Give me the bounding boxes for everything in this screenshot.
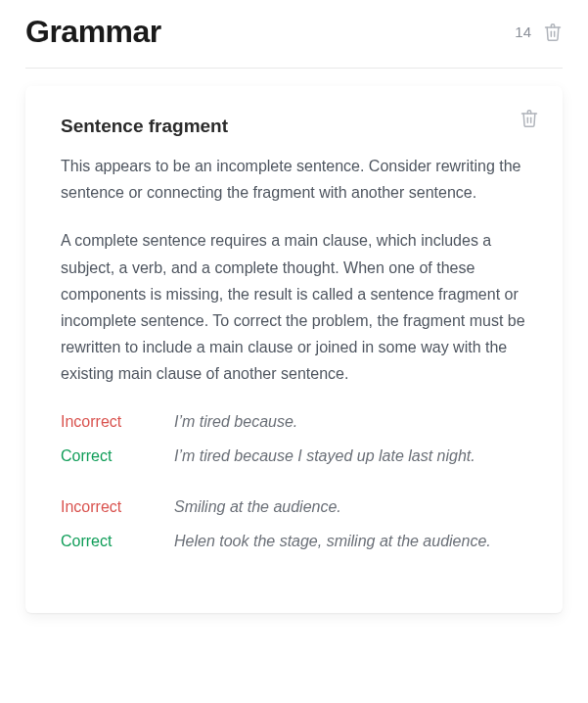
trash-icon: [543, 22, 563, 43]
card-container: Sentence fragment This appears to be an …: [25, 69, 563, 613]
section-header-right: 14: [515, 22, 563, 43]
label-incorrect: Incorrect: [61, 409, 174, 435]
example-correct-text: Helen took the stage, smiling at the aud…: [174, 529, 491, 554]
example-row-incorrect: Incorrect I’m tired because.: [61, 409, 527, 435]
issue-count: 14: [515, 23, 531, 40]
issue-title: Sentence fragment: [61, 116, 527, 137]
trash-icon: [520, 108, 539, 129]
section-header: Grammar 14: [25, 14, 563, 69]
example-group: Incorrect I’m tired because. Correct I’m…: [61, 409, 527, 469]
issue-explanation: A complete sentence requires a main clau…: [61, 227, 527, 387]
section-title: Grammar: [25, 14, 161, 50]
example-row-incorrect: Incorrect Smiling at the audience.: [61, 494, 527, 520]
label-incorrect: Incorrect: [61, 494, 174, 520]
example-incorrect-text: I’m tired because.: [174, 409, 297, 435]
delete-all-button[interactable]: [543, 22, 563, 43]
dismiss-card-button[interactable]: [520, 108, 539, 129]
example-correct-text: I’m tired because I stayed up late last …: [174, 444, 475, 469]
label-correct: Correct: [61, 529, 174, 554]
examples-list: Incorrect I’m tired because. Correct I’m…: [61, 409, 527, 554]
issue-summary: This appears to be an incomplete sentenc…: [61, 153, 527, 206]
page-root: Grammar 14: [0, 0, 588, 613]
example-row-correct: Correct Helen took the stage, smiling at…: [61, 529, 527, 554]
example-row-correct: Correct I’m tired because I stayed up la…: [61, 444, 527, 469]
label-correct: Correct: [61, 444, 174, 469]
issue-card: Sentence fragment This appears to be an …: [25, 86, 563, 613]
example-group: Incorrect Smiling at the audience. Corre…: [61, 494, 527, 554]
example-incorrect-text: Smiling at the audience.: [174, 494, 341, 520]
